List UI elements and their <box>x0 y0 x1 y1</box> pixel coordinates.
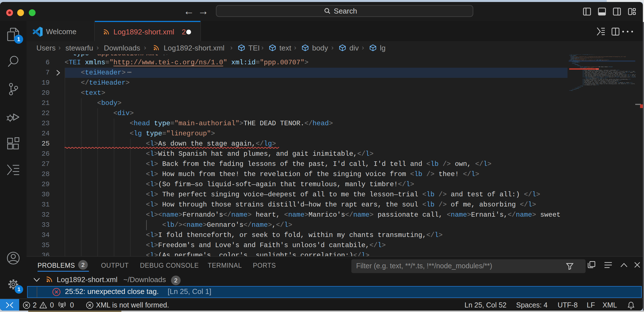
svg-text:<l> How much from thee! the re: <l> How much from thee! the revelation o… <box>569 72 636 73</box>
svg-text:<l>To memory of thee.</l>: <l>To memory of thee.</l> <box>569 84 599 85</box>
svg-text:<l>(As perfume's, color's, sun: <l>(As perfume's, color's, sunlight's co… <box>569 81 619 82</box>
svg-text:</TEI>: </TEI> <box>569 90 573 91</box>
svg-text:<l> A wafted autumn leaf, drop: <l> A wafted autumn leaf, dropt in the c… <box>569 83 636 84</box>
svg-text:<l>With Spanish hat and plumes: <l>With Spanish hat and plumes, and gait… <box>569 70 619 71</box>
svg-text:<text>: <text> <box>569 63 576 64</box>
svg-text:<l> How through those strains: <l> How through those strains distill'd—… <box>569 75 636 76</box>
svg-text:<l> Back from the fading lesso: <l> Back from the fading lessons of the … <box>569 71 636 72</box>
svg-text:<l>(So firm—so liquid-soft—aga: <l>(So firm—so liquid-soft—again that tr… <box>569 73 626 74</box>
svg-text:href="https://vault3.tei-c.org: href="https://vault3.tei-c.org/P5/curren… <box>569 56 626 57</box>
svg-text:<l><name>Fernando's</name> hea: <l><name>Fernando's</name> heart, <name>… <box>569 76 636 78</box>
svg-text:<l>Freedom's and Love's and Fa: <l>Freedom's and Love's and Faith's unlo… <box>569 80 621 81</box>
svg-text:<lb/><name>Gennaro's</name>,</: <lb/><name>Gennaro's</name>,</l> <box>569 78 606 79</box>
svg-text:<div>: <div> <box>569 65 581 66</box>
svg-text:</text>: </text> <box>569 89 577 90</box>
svg-text:</lg>: </lg> <box>569 85 583 87</box>
svg-text:</div>: </div> <box>569 87 581 88</box>
svg-text:<head type="main-authorial">TH: <head type="main-authorial">THE DEAD TEN… <box>569 66 613 67</box>
svg-text:<lg type="linegroup">: <lg type="linegroup"> <box>569 67 594 69</box>
svg-text:type="application/xml"?>: type="application/xml"?> <box>569 58 586 60</box>
svg-text:<body>: <body> <box>569 64 579 65</box>
svg-text:<l> The perfect singing voice—: <l> The perfect singing voice—deepest of… <box>569 74 636 75</box>
svg-text:schematypens="http://relaxng.o: schematypens="http://relaxng.org/ns/stru… <box>569 57 603 58</box>
svg-text:<l>I fold thenceforth, or seek: <l>I fold thenceforth, or seek to fold, … <box>569 79 631 80</box>
svg-text:<?xml-model: <?xml-model <box>569 55 577 56</box>
svg-text:</teiHeader>: </teiHeader> <box>569 62 580 63</box>
svg-text:<teiHeader>: <teiHeader> <box>569 61 579 62</box>
svg-text:<TEI xmlns="http://www.tei-c.o: <TEI xmlns="http://www.tei-c.org/ns/1.0"… <box>569 60 609 61</box>
svg-text:<l>From these, for these, with: <l>From these, for these, with these, a … <box>569 82 633 83</box>
svg-text:</body>: </body> <box>569 88 579 89</box>
